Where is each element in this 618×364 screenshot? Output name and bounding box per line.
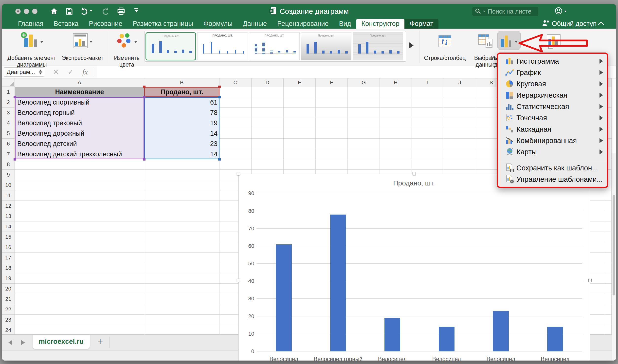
cell-a5[interactable]: Велосипед дорожный — [15, 128, 144, 139]
chart-style-thumbnail-2[interactable]: ПРОДАНО, ШТ. — [197, 32, 248, 60]
column-header-H[interactable]: H — [380, 78, 412, 87]
chart-selection-handle[interactable] — [413, 172, 416, 175]
column-header-G[interactable]: G — [348, 78, 380, 87]
range-handle[interactable] — [218, 86, 221, 88]
row-header-23[interactable]: 23 — [2, 315, 15, 325]
range-handle[interactable] — [143, 96, 145, 98]
name-box-stepper[interactable] — [37, 68, 44, 76]
range-handle[interactable] — [14, 96, 16, 98]
chart-bar[interactable] — [439, 327, 454, 351]
menu-item-9[interactable]: Карты — [498, 146, 607, 158]
column-header-I[interactable]: I — [412, 78, 444, 87]
tab-razmetka[interactable]: Разметка страницы — [127, 19, 198, 29]
collapse-ribbon-icon[interactable] — [598, 21, 604, 27]
chart-bar[interactable] — [276, 244, 292, 351]
column-header-C[interactable]: C — [219, 78, 252, 87]
menu-item-2[interactable]: График — [498, 67, 607, 78]
cell-b3[interactable]: 78 — [144, 108, 219, 118]
row-header-3[interactable]: 3 — [2, 108, 15, 118]
row-header-22[interactable]: 22 — [2, 304, 15, 315]
share-button[interactable]: Общий доступ — [542, 19, 603, 29]
menu-item-6[interactable]: Точечная — [498, 112, 607, 124]
column-header-D[interactable]: D — [252, 78, 284, 87]
row-header-7[interactable]: 7 — [2, 149, 15, 159]
row-header-18[interactable]: 18 — [2, 263, 15, 273]
row-header-2[interactable]: 2 — [2, 97, 15, 108]
name-box[interactable]: Диаграм... — [4, 67, 44, 77]
enter-icon[interactable]: ✓ — [68, 66, 74, 78]
tab-vid[interactable]: Вид — [334, 19, 356, 29]
range-handle[interactable] — [143, 158, 145, 161]
stepper-up-icon[interactable] — [39, 70, 42, 72]
stepper-down-icon[interactable] — [39, 73, 42, 74]
change-colors-button[interactable]: Изменить цвета — [110, 29, 143, 66]
chart-selection-handle[interactable] — [237, 279, 240, 282]
cell-b5[interactable]: 14 — [144, 128, 219, 139]
select-all-corner[interactable] — [2, 78, 15, 87]
sheet-tab[interactable]: microexcel.ru — [33, 335, 90, 349]
feedback-smiley-icon[interactable] — [554, 7, 563, 16]
scrollbar-thumb[interactable] — [613, 195, 615, 295]
row-header-21[interactable]: 21 — [2, 294, 15, 304]
cell-a1[interactable]: Наименование — [15, 87, 144, 97]
column-header-J[interactable]: J — [444, 78, 476, 87]
column-header-E[interactable]: E — [284, 78, 316, 87]
insert-function-icon[interactable]: fx — [82, 66, 88, 78]
tab-dannye[interactable]: Данные — [238, 19, 272, 29]
search-box[interactable]: ˅ — [472, 7, 538, 16]
menu-item-8[interactable]: Комбинированная — [498, 135, 607, 146]
chart-bar[interactable] — [547, 327, 563, 351]
chart-style-thumbnail-5[interactable]: Продано, шт. — [353, 32, 403, 60]
row-header-19[interactable]: 19 — [2, 273, 15, 284]
cell-b6[interactable]: 23 — [144, 139, 219, 149]
range-handle[interactable] — [14, 158, 16, 161]
row-header-4[interactable]: 4 — [2, 118, 15, 128]
column-header-F[interactable]: F — [316, 78, 348, 87]
chart-style-thumbnail-1[interactable]: Продано, шт. — [145, 32, 196, 60]
row-header-13[interactable]: 13 — [2, 211, 15, 221]
row-header-1[interactable]: 1 — [2, 87, 15, 97]
chart-object[interactable]: Продано, шт. 0102030405060708090Велосипе… — [238, 174, 590, 361]
menu-item-4[interactable]: Иерархическая — [498, 90, 607, 101]
chart-style-thumbnail-3[interactable]: ПРОДАНО, ШТ. — [249, 32, 300, 60]
search-input[interactable] — [487, 8, 533, 15]
cell-b2[interactable]: 61 — [144, 97, 219, 108]
menu-item-3[interactable]: Круговая — [498, 78, 607, 90]
menu-footer-item-2[interactable]: Управление шаблонами... — [498, 174, 607, 185]
tab-formuly[interactable]: Формулы — [198, 19, 238, 29]
cell-b4[interactable]: 19 — [144, 118, 219, 128]
prev-sheet-arrow-icon[interactable] — [8, 340, 12, 345]
cell-a4[interactable]: Велосипед трековый — [15, 118, 144, 128]
vertical-scrollbar[interactable] — [612, 153, 616, 361]
cell-a2[interactable]: Велосипед спортивный — [15, 97, 144, 108]
switch-row-column-button[interactable]: Строка/столбец — [423, 29, 467, 66]
row-header-24[interactable]: 24 — [2, 325, 15, 335]
cell-a3[interactable]: Велосипед горный — [15, 108, 144, 118]
cell-a6[interactable]: Велосипед детский — [15, 139, 144, 149]
column-header-B[interactable]: B — [144, 78, 219, 87]
menu-item-1[interactable]: Гистограмма — [498, 55, 607, 67]
row-header-17[interactable]: 17 — [2, 253, 15, 263]
row-header-5[interactable]: 5 — [2, 128, 15, 139]
cell-a7[interactable]: Велосипед детский трехколесный — [15, 149, 144, 159]
row-header-20[interactable]: 20 — [2, 284, 15, 294]
chart-bar[interactable] — [493, 311, 509, 351]
chart-bar[interactable] — [384, 318, 400, 351]
row-header-10[interactable]: 10 — [2, 180, 15, 190]
tab-glavnaya[interactable]: Главная — [13, 19, 49, 29]
range-handle[interactable] — [218, 96, 221, 98]
tab-recenzirovanie[interactable]: Рецензирование — [272, 19, 334, 29]
row-header-8[interactable]: 8 — [2, 159, 15, 170]
range-handle[interactable] — [143, 86, 145, 88]
tab-konstruktor[interactable]: Конструктор — [356, 19, 404, 29]
feedback-dropdown-icon[interactable] — [564, 11, 567, 12]
search-scope-chevron-icon[interactable]: ˅ — [483, 9, 485, 14]
next-sheet-arrow-icon[interactable] — [21, 340, 25, 345]
row-header-15[interactable]: 15 — [2, 232, 15, 242]
range-handle[interactable] — [218, 158, 221, 161]
gallery-more-arrow-icon[interactable] — [409, 42, 414, 48]
row-header-12[interactable]: 12 — [2, 201, 15, 211]
chart-bar[interactable] — [330, 215, 346, 351]
tab-risovanie[interactable]: Рисование — [84, 19, 127, 29]
row-header-16[interactable]: 16 — [2, 242, 15, 253]
